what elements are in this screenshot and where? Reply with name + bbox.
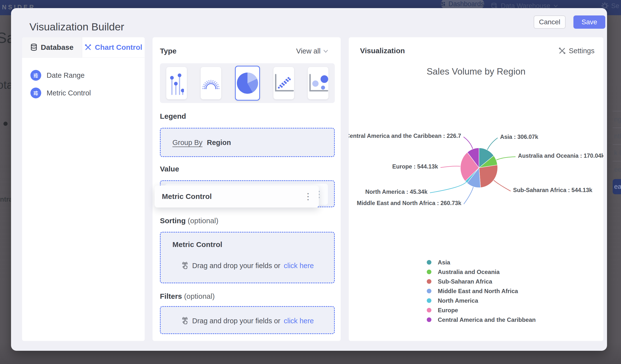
tab-database-label: Database bbox=[41, 43, 73, 52]
legend-item[interactable]: Middle East and North Africa bbox=[427, 286, 536, 296]
legend-color-dot bbox=[427, 270, 431, 274]
legend-color-dot bbox=[427, 260, 431, 265]
legend-label: Middle East and North Africa bbox=[438, 288, 518, 295]
sorting-dropzone[interactable]: Metric Control Drag and drop your fields… bbox=[160, 232, 335, 283]
bg-fragment-nge: nge bbox=[613, 111, 621, 128]
click-here-link[interactable]: click here bbox=[284, 262, 314, 270]
bg-bullet-dot bbox=[3, 122, 8, 126]
filters-heading: Filters (optional) bbox=[160, 292, 215, 300]
nav-settings-label: Se bbox=[611, 2, 619, 10]
legend-color-dot bbox=[427, 279, 431, 284]
pie-leader-line bbox=[487, 138, 498, 150]
bg-fragment-kd: k D bbox=[613, 145, 621, 161]
view-all-dropdown[interactable]: View all bbox=[296, 47, 328, 55]
modal-title: Visualization Builder bbox=[29, 21, 124, 33]
filters-dropzone[interactable]: Drag and drop your fields or click here bbox=[160, 306, 335, 334]
value-heading: Value bbox=[160, 165, 179, 173]
tools-icon bbox=[85, 44, 91, 51]
click-here-link[interactable]: click here bbox=[284, 317, 314, 325]
pie-leader-line bbox=[494, 180, 511, 191]
visualization-builder-modal: Visualization Builder Cancel Save Databa… bbox=[11, 8, 607, 351]
drop-hint-text: Drag and drop your fields or bbox=[192, 262, 280, 270]
group-by-label[interactable]: Group By bbox=[172, 138, 203, 146]
view-all-label: View all bbox=[296, 47, 321, 55]
lollipop-chart-icon bbox=[169, 70, 184, 96]
bg-fragment-eek: eek bbox=[613, 161, 621, 178]
legend-label: Australia and Oceania bbox=[438, 269, 500, 276]
pie-leader-line bbox=[496, 157, 516, 160]
builder-panel: Type View all bbox=[153, 37, 341, 341]
pie-leader-line bbox=[430, 182, 466, 193]
bubble-chart-icon bbox=[308, 72, 328, 94]
dot-arc-chart-icon bbox=[201, 74, 221, 92]
scatter-chart-icon bbox=[274, 72, 294, 94]
tab-database[interactable]: Database bbox=[22, 37, 82, 57]
legend-item[interactable]: North America bbox=[427, 296, 536, 305]
drop-hint-text: Drag and drop your fields or bbox=[192, 317, 280, 325]
legend-item[interactable]: Central America and the Caribbean bbox=[427, 315, 536, 325]
sidebar-item-label: Metric Control bbox=[47, 89, 91, 97]
legend-color-dot bbox=[427, 298, 431, 303]
tab-chart-control-label: Chart Control bbox=[95, 43, 142, 52]
sidebar-item-date-range[interactable]: Date Range bbox=[30, 68, 85, 83]
dragged-chip-label: Metric Control bbox=[162, 192, 304, 201]
chevron-down-icon bbox=[553, 4, 558, 8]
pie-leader-line bbox=[440, 166, 460, 168]
dragged-metric-control-chip[interactable]: Metric Control ⋮ bbox=[155, 185, 319, 208]
group-by-value: Region bbox=[207, 138, 231, 146]
pie-slice-label: Australia and Oceania : 170.04k bbox=[518, 153, 603, 159]
sidebar-item-label: Date Range bbox=[47, 71, 85, 79]
pie-slice-label: Middle East and North Africa : 260.73k bbox=[357, 200, 462, 206]
legend-label: North America bbox=[438, 297, 478, 304]
type-heading: Type bbox=[160, 47, 177, 55]
tab-chart-control[interactable]: Chart Control bbox=[82, 37, 145, 57]
chart-type-scatter[interactable] bbox=[274, 67, 294, 99]
legend-label: Central America and the Caribbean bbox=[438, 316, 536, 323]
legend-label: Europe bbox=[438, 307, 458, 314]
chart-type-lollipop[interactable] bbox=[166, 67, 187, 99]
database-icon bbox=[30, 44, 37, 51]
sorting-chip-label: Metric Control bbox=[172, 240, 222, 249]
chart-legend: AsiaAustralia and OceaniaSub-Saharan Afr… bbox=[427, 258, 536, 325]
legend-item[interactable]: Sub-Saharan Africa bbox=[427, 277, 536, 286]
cancel-button[interactable]: Cancel bbox=[534, 16, 566, 29]
legend-color-dot bbox=[427, 317, 431, 322]
bg-fragment-ear: ear bbox=[613, 179, 621, 194]
save-button[interactable]: Save bbox=[573, 16, 605, 29]
chart-type-strip bbox=[160, 63, 335, 103]
chart-type-dot-arc[interactable] bbox=[201, 67, 221, 99]
legend-item[interactable]: Australia and Oceania bbox=[427, 267, 536, 277]
chart-type-bubble[interactable] bbox=[308, 67, 328, 99]
sidebar-tabbar: Database Chart Control bbox=[22, 37, 145, 58]
tap-icon bbox=[181, 261, 189, 270]
bg-fragment-nth: nth bbox=[613, 128, 621, 145]
pie-slice-label: Sub-Saharan Africa : 544.13k bbox=[513, 187, 593, 193]
tune-icon bbox=[30, 87, 41, 98]
pie-slice-label: Central America and the Caribbean : 226.… bbox=[349, 133, 461, 139]
pie-chart-icon bbox=[236, 71, 259, 95]
legend-dropzone[interactable]: Group By Region bbox=[160, 128, 335, 157]
visualization-panel: Visualization Settings Sales Volume by R… bbox=[349, 37, 603, 341]
legend-item[interactable]: Asia bbox=[427, 258, 536, 267]
sidebar-panel: Database Chart Control bbox=[22, 37, 145, 341]
sidebar-item-metric-control[interactable]: Metric Control bbox=[30, 86, 91, 100]
legend-label: Sub-Saharan Africa bbox=[438, 278, 492, 285]
tune-icon bbox=[30, 70, 41, 81]
legend-heading: Legend bbox=[160, 112, 186, 121]
chevron-down-icon bbox=[323, 49, 328, 53]
pie-slice-label: North America : 45.34k bbox=[365, 189, 428, 195]
pie-slice[interactable] bbox=[479, 165, 498, 187]
pie-leader-line bbox=[464, 187, 473, 204]
pie-slice-label: Asia : 306.07k bbox=[500, 134, 538, 140]
bg-right-menu: nge nth k D eek ear bbox=[613, 111, 621, 194]
tap-icon bbox=[181, 317, 189, 325]
pie-leader-line bbox=[464, 137, 473, 149]
legend-color-dot bbox=[427, 289, 431, 293]
nav-dashboards-label: Dashboards bbox=[448, 0, 484, 8]
dashboard-grid-icon bbox=[441, 1, 445, 7]
chart-type-pie[interactable] bbox=[235, 66, 260, 101]
legend-color-dot bbox=[427, 308, 431, 312]
chart-title: Sales Volume by Region bbox=[427, 67, 525, 77]
legend-item[interactable]: Europe bbox=[427, 305, 536, 315]
kebab-menu-icon[interactable]: ⋮ bbox=[304, 192, 312, 201]
